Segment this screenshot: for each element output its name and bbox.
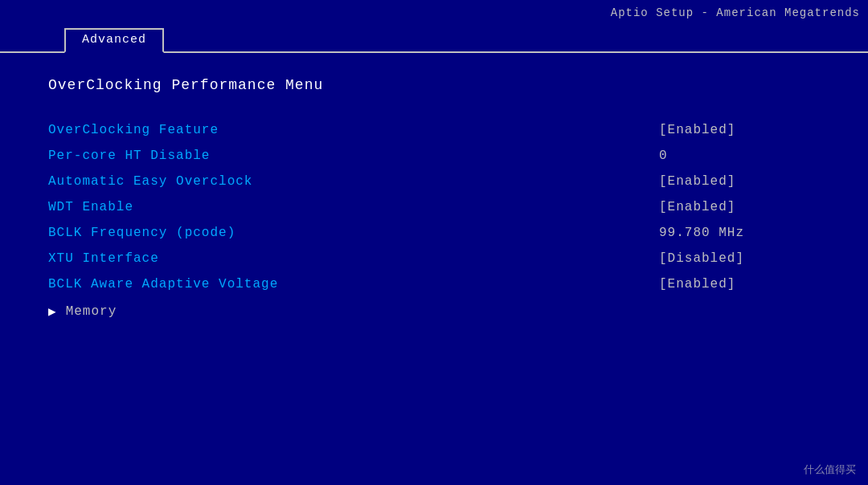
menu-row-memory[interactable]: ▶ Memory bbox=[48, 297, 820, 326]
menu-row-auto-easy-overclock[interactable]: Automatic Easy Overclock [Enabled] bbox=[48, 169, 820, 194]
menu-row-bclk-freq[interactable]: BCLK Frequency (pcode) 99.780 MHz bbox=[48, 220, 820, 246]
menu-row-xtu-interface[interactable]: XTU Interface [Disabled] bbox=[48, 246, 820, 271]
label-memory: Memory bbox=[66, 304, 117, 319]
value-percore-ht: 0 bbox=[659, 149, 820, 163]
tab-advanced[interactable]: Advanced bbox=[64, 28, 164, 53]
content-area: OverClocking Performance Menu OverClocki… bbox=[0, 53, 868, 485]
value-bclk-voltage: [Enabled] bbox=[659, 277, 820, 291]
tab-bar: Advanced bbox=[0, 26, 868, 53]
label-xtu-interface: XTU Interface bbox=[48, 251, 159, 266]
header-bar: Aptio Setup - American Megatrends bbox=[0, 0, 868, 26]
watermark: 什么值得买 bbox=[804, 463, 856, 477]
header-title: Aptio Setup - American Megatrends bbox=[611, 6, 860, 19]
menu-row-bclk-voltage[interactable]: BCLK Aware Adaptive Voltage [Enabled] bbox=[48, 271, 820, 297]
label-auto-easy-overclock: Automatic Easy Overclock bbox=[48, 174, 252, 189]
value-overclocking-feature: [Enabled] bbox=[659, 123, 820, 137]
label-percore-ht: Per-core HT Disable bbox=[48, 149, 210, 163]
menu-row-overclocking-feature[interactable]: OverClocking Feature [Enabled] bbox=[48, 117, 820, 143]
menu-title: OverClocking Performance Menu bbox=[48, 77, 820, 93]
value-xtu-interface: [Disabled] bbox=[659, 251, 820, 266]
label-bclk-freq: BCLK Frequency (pcode) bbox=[48, 226, 235, 240]
label-wdt-enable: WDT Enable bbox=[48, 200, 133, 214]
screen: Aptio Setup - American Megatrends Advanc… bbox=[0, 0, 868, 485]
label-overclocking-feature: OverClocking Feature bbox=[48, 123, 219, 137]
value-auto-easy-overclock: [Enabled] bbox=[659, 174, 820, 189]
menu-row-wdt-enable[interactable]: WDT Enable [Enabled] bbox=[48, 194, 820, 220]
value-wdt-enable: [Enabled] bbox=[659, 200, 820, 214]
submenu-arrow-icon: ▶ bbox=[48, 304, 56, 320]
label-bclk-voltage: BCLK Aware Adaptive Voltage bbox=[48, 277, 278, 291]
menu-row-percore-ht[interactable]: Per-core HT Disable 0 bbox=[48, 143, 820, 169]
value-bclk-freq: 99.780 MHz bbox=[659, 226, 820, 240]
menu-items: OverClocking Feature [Enabled] Per-core … bbox=[48, 117, 820, 326]
